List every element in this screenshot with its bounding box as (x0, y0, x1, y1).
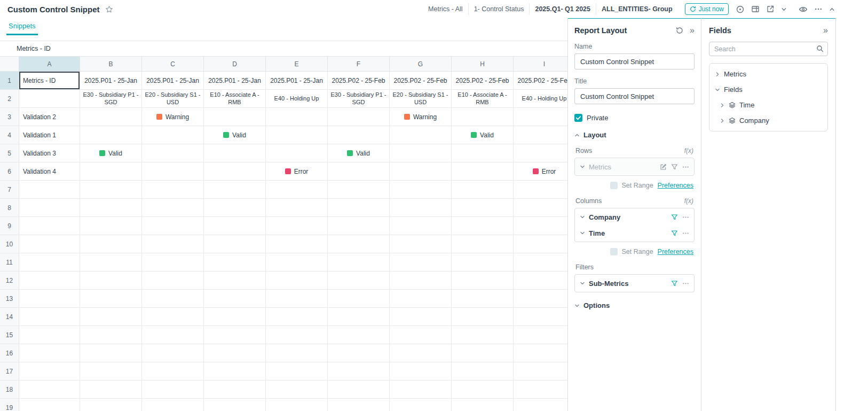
cell[interactable]: E20 - Subsidiary S1 -USD (390, 90, 452, 108)
cell[interactable] (204, 308, 266, 326)
select-all-corner[interactable] (0, 57, 19, 72)
cell[interactable] (80, 344, 142, 362)
cell[interactable] (328, 344, 390, 362)
cell[interactable] (390, 326, 452, 344)
cell[interactable] (328, 362, 390, 381)
cell[interactable] (266, 326, 328, 344)
cell[interactable] (204, 199, 266, 217)
cell[interactable] (80, 308, 142, 326)
cell[interactable] (514, 108, 567, 126)
row-header[interactable]: 18 (0, 381, 19, 399)
cell[interactable] (142, 272, 204, 290)
pov-button[interactable]: 2025.Q1- Q1 2025 (529, 3, 596, 15)
cell[interactable] (328, 381, 390, 399)
cell[interactable] (328, 308, 390, 326)
cell[interactable] (204, 381, 266, 399)
tab-snippets[interactable]: Snippets (6, 18, 38, 35)
cell[interactable] (390, 362, 452, 381)
cell[interactable] (514, 253, 567, 272)
cell[interactable] (80, 272, 142, 290)
cell[interactable] (328, 126, 390, 144)
column-header[interactable]: G (390, 57, 452, 72)
cell[interactable] (266, 272, 328, 290)
cell[interactable] (19, 326, 80, 344)
cell[interactable]: 2025.P02 - 25-Feb (328, 72, 390, 90)
title-input[interactable] (574, 88, 695, 104)
table-icon[interactable] (751, 5, 760, 13)
cell[interactable] (80, 399, 142, 411)
cell[interactable] (266, 199, 328, 217)
field-item[interactable]: Time (575, 225, 694, 241)
ellipsis-icon[interactable] (682, 230, 689, 237)
filter-icon[interactable] (671, 164, 678, 170)
cell[interactable] (19, 399, 80, 411)
cell[interactable]: 2025.P01 - 25-Jan (142, 72, 204, 90)
cell[interactable] (266, 381, 328, 399)
ellipsis-icon[interactable] (682, 164, 689, 170)
column-header[interactable]: F (328, 57, 390, 72)
cell[interactable] (452, 144, 514, 162)
cell[interactable] (514, 326, 567, 344)
cell[interactable] (204, 272, 266, 290)
filter-icon[interactable] (671, 280, 678, 287)
cell[interactable] (452, 326, 514, 344)
cell[interactable]: E10 - Associate A - RMB (204, 90, 266, 108)
cell[interactable] (204, 144, 266, 162)
cell[interactable]: Valid (204, 126, 266, 144)
row-header[interactable]: 4 (0, 126, 19, 144)
cell[interactable] (452, 108, 514, 126)
cell[interactable] (142, 253, 204, 272)
cell[interactable] (452, 253, 514, 272)
cell[interactable] (452, 308, 514, 326)
cell[interactable] (80, 199, 142, 217)
cell[interactable] (80, 108, 142, 126)
preferences-link[interactable]: Preferences (658, 248, 693, 255)
cell[interactable] (514, 272, 567, 290)
cell[interactable]: 2025.P02 - 25-Feb (390, 72, 452, 90)
cell[interactable] (266, 344, 328, 362)
cell[interactable]: Valid (80, 144, 142, 162)
cell[interactable] (390, 272, 452, 290)
filter-icon[interactable] (671, 214, 678, 221)
row-header[interactable]: 2 (0, 90, 19, 108)
cell[interactable] (19, 381, 80, 399)
cell[interactable] (142, 290, 204, 308)
cell[interactable] (328, 162, 390, 181)
cell[interactable]: Warning (142, 108, 204, 126)
cell[interactable]: Error (266, 162, 328, 181)
row-header[interactable]: 17 (0, 362, 19, 381)
cell[interactable] (266, 126, 328, 144)
cell[interactable]: Validation 1 (19, 126, 80, 144)
cell[interactable] (80, 217, 142, 235)
cell[interactable] (19, 199, 80, 217)
row-header[interactable]: 7 (0, 181, 19, 199)
row-header[interactable]: 12 (0, 272, 19, 290)
row-header[interactable]: 14 (0, 308, 19, 326)
row-header[interactable]: 13 (0, 290, 19, 308)
cell[interactable] (204, 362, 266, 381)
cell[interactable] (390, 162, 452, 181)
cell[interactable] (80, 290, 142, 308)
options-section-toggle[interactable]: Options (574, 301, 695, 309)
cell[interactable] (142, 381, 204, 399)
cell[interactable] (142, 199, 204, 217)
row-header[interactable]: 6 (0, 162, 19, 181)
cell[interactable] (390, 144, 452, 162)
cell[interactable] (452, 272, 514, 290)
cell[interactable] (390, 290, 452, 308)
cell[interactable] (390, 253, 452, 272)
cell[interactable] (514, 144, 567, 162)
cell[interactable] (142, 362, 204, 381)
cell[interactable]: 2025.P02 - 25-Feb (452, 72, 514, 90)
cell[interactable] (204, 290, 266, 308)
cell[interactable] (142, 399, 204, 411)
search-input[interactable] (709, 42, 828, 56)
cell[interactable]: 2025.P01 - 25-Jan (80, 72, 142, 90)
cell[interactable]: E30 - Subsidiary P1 - SGD (328, 90, 390, 108)
cell[interactable] (19, 308, 80, 326)
cell[interactable] (514, 181, 567, 199)
cell[interactable] (266, 144, 328, 162)
cell[interactable]: 2025.P01 - 25-Jan (266, 72, 328, 90)
column-header[interactable]: H (452, 57, 514, 72)
column-header[interactable]: B (80, 57, 142, 72)
